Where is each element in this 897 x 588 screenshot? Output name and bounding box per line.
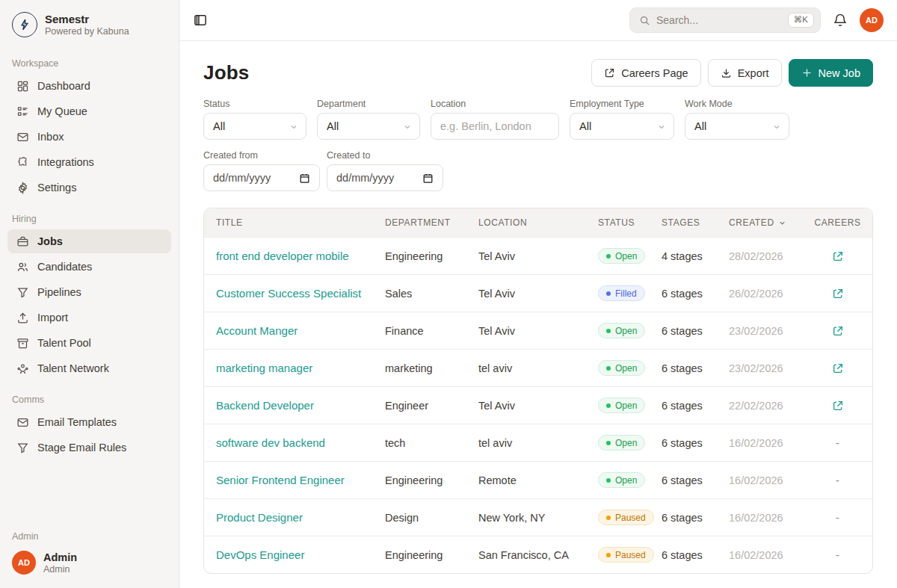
- careers-external-link-icon[interactable]: [832, 400, 844, 412]
- new-job-button[interactable]: New Job: [789, 59, 873, 87]
- settings-icon: [16, 181, 29, 194]
- brand: Semestr Powered by Kabuna: [0, 0, 179, 45]
- sidebar-item-talent-pool[interactable]: Talent Pool: [7, 331, 171, 355]
- status-dot-icon: [606, 478, 611, 483]
- sidebar-item-jobs[interactable]: Jobs: [7, 229, 171, 253]
- sidebar-item-label: Jobs: [37, 235, 63, 247]
- location-filter-input[interactable]: [431, 113, 559, 140]
- careers-empty: -: [836, 437, 839, 449]
- column-status: STATUS: [598, 217, 662, 228]
- table-row[interactable]: marketing manager marketing tel aviv Ope…: [204, 349, 872, 386]
- search-box[interactable]: ⌘K: [629, 7, 821, 33]
- job-title-link[interactable]: software dev backend: [216, 436, 325, 449]
- table-row[interactable]: software dev backend tech tel aviv Open …: [204, 424, 872, 461]
- status-badge: Open: [598, 360, 645, 376]
- topbar: ⌘K AD: [179, 0, 897, 41]
- job-title-link[interactable]: Customer Success Specialist: [216, 287, 361, 300]
- status-badge: Open: [598, 248, 645, 264]
- funnel-icon: [16, 285, 29, 299]
- chevron-down-icon: [657, 122, 666, 131]
- chevron-down-icon: [289, 122, 298, 131]
- job-title-link[interactable]: Product Designer: [216, 511, 303, 524]
- column-location: LOCATION: [478, 217, 598, 228]
- sidebar-item-label: Talent Pool: [37, 337, 91, 349]
- careers-external-link-icon[interactable]: [832, 362, 844, 374]
- sidebar-item-label: Settings: [37, 182, 76, 194]
- created-from-date-input[interactable]: dd/mm/yyyy: [203, 164, 320, 191]
- plus-icon: [801, 67, 813, 78]
- table-row[interactable]: Senior Frontend Engineer Engineering Rem…: [204, 461, 872, 498]
- work-mode-filter-label: Work Mode: [685, 99, 789, 109]
- topbar-avatar[interactable]: AD: [860, 8, 884, 32]
- status-badge: Filled: [598, 285, 645, 301]
- status-dot-icon: [606, 553, 611, 557]
- sidebar-item-talent-network[interactable]: Talent Network: [7, 356, 171, 380]
- sidebar-item-settings[interactable]: Settings: [7, 176, 171, 199]
- department-filter-select[interactable]: All: [317, 113, 420, 140]
- column-created-sort[interactable]: CREATED: [729, 217, 815, 228]
- job-title-link[interactable]: front end developer mobile: [216, 250, 349, 262]
- job-title-link[interactable]: DevOps Engineer: [216, 548, 304, 561]
- sidebar-item-my-queue[interactable]: My Queue: [7, 99, 171, 123]
- sidebar-item-import[interactable]: Import: [7, 306, 171, 329]
- export-button[interactable]: Export: [708, 59, 782, 87]
- calendar-icon[interactable]: [422, 173, 434, 184]
- sidebar-item-label: Pipelines: [37, 286, 81, 298]
- location-filter-label: Location: [431, 99, 559, 109]
- status-dot-icon: [606, 329, 611, 333]
- careers-external-link-icon[interactable]: [832, 250, 844, 262]
- chevron-down-icon: [772, 122, 781, 131]
- sidebar-item-dashboard[interactable]: Dashboard: [7, 74, 171, 98]
- brand-logo-icon: [12, 12, 37, 37]
- job-title-link[interactable]: Account Manger: [216, 324, 298, 337]
- sort-chevron-down-icon: [778, 219, 786, 227]
- search-input[interactable]: [656, 14, 782, 26]
- careers-empty: -: [836, 549, 839, 561]
- job-title-link[interactable]: Backend Developer: [216, 399, 314, 412]
- table-row[interactable]: Customer Success Specialist Sales Tel Av…: [204, 274, 872, 312]
- status-dot-icon: [606, 403, 611, 408]
- briefcase-icon: [16, 235, 29, 248]
- status-filter-select[interactable]: All: [203, 113, 306, 140]
- table-row[interactable]: Account Manger Finance Tel Aviv Open 6 s…: [204, 312, 872, 349]
- status-badge: Paused: [598, 547, 654, 563]
- section-label-admin: Admin: [12, 531, 167, 542]
- table-row[interactable]: Product Designer Design New York, NY Pau…: [204, 498, 872, 536]
- sidebar-item-label: My Queue: [37, 105, 87, 117]
- calendar-icon[interactable]: [299, 173, 310, 184]
- dashboard-icon: [16, 79, 29, 93]
- job-title-link[interactable]: marketing manager: [216, 362, 312, 374]
- careers-external-link-icon[interactable]: [832, 325, 844, 337]
- column-stages: STAGES: [662, 217, 729, 228]
- sidebar-item-stage-email-rules[interactable]: Stage Email Rules: [7, 436, 171, 459]
- column-title: TITLE: [216, 217, 385, 228]
- careers-page-button[interactable]: Careers Page: [591, 59, 700, 87]
- careers-empty: -: [836, 474, 839, 486]
- inbox-icon: [16, 130, 29, 143]
- sidebar-item-pipelines[interactable]: Pipelines: [7, 280, 171, 304]
- created-to-date-input[interactable]: dd/mm/yyyy: [327, 164, 443, 191]
- job-title-link[interactable]: Senior Frontend Engineer: [216, 474, 345, 486]
- sidebar-item-label: Email Templates: [37, 416, 117, 428]
- careers-external-link-icon[interactable]: [832, 288, 844, 300]
- search-shortcut-badge: ⌘K: [788, 13, 814, 28]
- employment-type-filter-select[interactable]: All: [570, 113, 674, 140]
- sidebar-item-inbox[interactable]: Inbox: [7, 125, 171, 149]
- work-mode-filter-select[interactable]: All: [685, 113, 789, 140]
- column-careers: CAREERS: [815, 217, 860, 228]
- search-icon: [639, 15, 650, 26]
- sidebar-toggle-icon[interactable]: [193, 13, 208, 28]
- sidebar-user[interactable]: AD Admin Admin: [0, 546, 179, 581]
- status-badge: Open: [598, 472, 645, 488]
- notifications-bell-icon[interactable]: [833, 13, 848, 28]
- content: Jobs Careers Page Export New Job Statu: [179, 41, 897, 588]
- sidebar-item-label: Integrations: [37, 156, 94, 168]
- table-row[interactable]: Backend Developer Engineer Tel Aviv Open…: [204, 386, 872, 424]
- main-area: ⌘K AD Jobs Careers Page Export: [179, 0, 897, 588]
- mail-icon: [16, 415, 29, 429]
- table-row[interactable]: front end developer mobile Engineering T…: [204, 237, 872, 274]
- table-row[interactable]: DevOps Engineer Engineering San Francisc…: [204, 536, 872, 573]
- sidebar-item-email-templates[interactable]: Email Templates: [7, 410, 171, 434]
- sidebar-item-integrations[interactable]: Integrations: [7, 150, 171, 174]
- sidebar-item-candidates[interactable]: Candidates: [7, 255, 171, 279]
